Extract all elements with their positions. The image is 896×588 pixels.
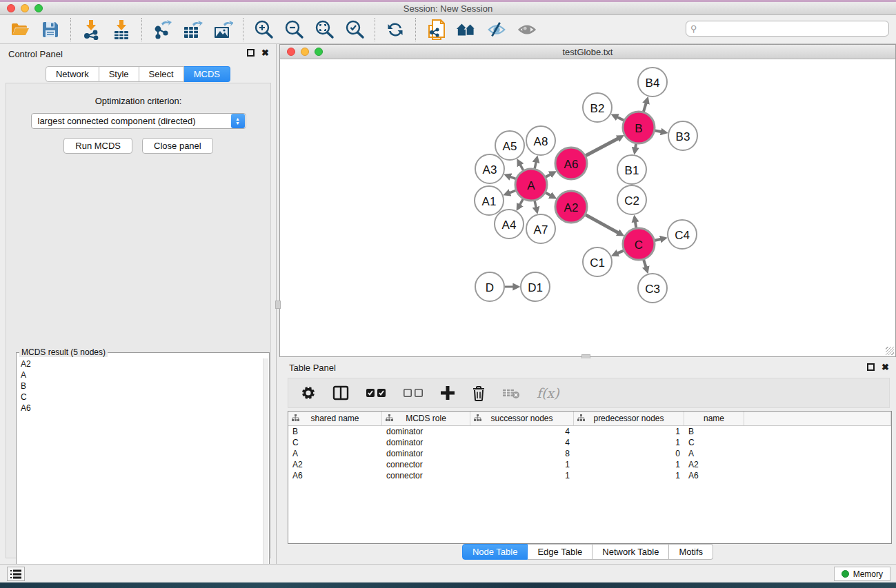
network-graph[interactable]: B4B2BB3A8A5A6A3B1AC2A1A2A4A7C4CC1DD1C3 (280, 59, 895, 356)
result-list-item[interactable]: C (21, 392, 263, 403)
edge-A6-B[interactable] (586, 138, 619, 155)
select-all-icon[interactable] (366, 387, 386, 398)
window-resize-grip[interactable] (886, 347, 894, 355)
edge-C-C3[interactable] (644, 260, 646, 268)
float-panel-icon[interactable] (247, 49, 255, 57)
table-cell[interactable]: A2 (684, 460, 744, 469)
tab-style[interactable]: Style (99, 66, 139, 82)
zoom-out-icon[interactable] (283, 19, 304, 40)
save-session-icon[interactable] (40, 19, 61, 40)
table-cell[interactable]: 1 (574, 460, 684, 469)
table-cell[interactable]: dominator (382, 438, 470, 447)
table-row[interactable]: Bdominator41B (288, 426, 891, 437)
table-row[interactable]: A6connector11A6 (288, 470, 891, 481)
add-column-icon[interactable] (440, 385, 455, 401)
tab-select[interactable]: Select (139, 66, 184, 82)
edge-A-A6[interactable] (546, 174, 551, 177)
table-cell[interactable]: B (684, 427, 744, 436)
optimization-criterion-dropdown[interactable]: largest connected component (directed) ▲… (31, 113, 246, 129)
edge-C-C1[interactable] (617, 251, 624, 254)
table-header-row[interactable]: shared nameMCDS rolesuccessor nodesprede… (288, 412, 891, 426)
column-header-predecessor-nodes[interactable]: predecessor nodes (574, 412, 684, 425)
tab-motifs[interactable]: Motifs (669, 544, 713, 560)
export-image-icon[interactable] (212, 19, 233, 40)
table-cell[interactable]: 1 (574, 427, 684, 436)
result-list-item[interactable]: A (21, 369, 263, 381)
vertical-splitter-handle[interactable] (275, 301, 281, 309)
table-cell[interactable]: connector (382, 471, 470, 480)
close-panel-button[interactable]: Close panel (142, 138, 213, 154)
task-history-button[interactable] (7, 567, 25, 581)
edge-A-A2[interactable] (546, 193, 551, 196)
edge-A-A3[interactable] (510, 176, 516, 179)
edge-C-C2[interactable] (635, 221, 637, 228)
table-cell[interactable]: 1 (574, 471, 684, 480)
close-panel-icon[interactable]: ✖ (261, 49, 269, 57)
edge-A-A1[interactable] (509, 190, 516, 193)
export-table-icon[interactable] (182, 19, 203, 40)
export-network-icon[interactable] (152, 19, 172, 40)
edge-B-B4[interactable] (644, 103, 646, 112)
zoom-selected-icon[interactable] (344, 19, 365, 40)
node-table[interactable]: shared nameMCDS rolesuccessor nodesprede… (288, 411, 892, 544)
table-cell[interactable]: A (288, 449, 382, 458)
edge-A-A8[interactable] (535, 161, 536, 168)
edge-B-B1[interactable] (635, 144, 636, 149)
main-titlebar[interactable]: Session: New Session (0, 2, 896, 15)
column-header-MCDS-role[interactable]: MCDS role (382, 412, 470, 425)
function-builder-icon[interactable]: f(x) (537, 385, 559, 401)
table-cell[interactable]: A2 (288, 460, 382, 469)
import-table-icon[interactable] (111, 19, 132, 40)
tab-network-table[interactable]: Network Table (593, 544, 669, 560)
delete-table-icon[interactable] (502, 387, 520, 399)
table-cell[interactable]: connector (382, 460, 470, 469)
edge-A-A7[interactable] (535, 201, 536, 207)
tab-edge-table[interactable]: Edge Table (528, 544, 593, 560)
column-header-shared-name[interactable]: shared name (288, 412, 382, 425)
edge-C-C4[interactable] (655, 239, 661, 241)
table-cell[interactable]: B (288, 427, 382, 436)
hide-graphics-details-icon[interactable] (486, 19, 507, 40)
zoom-in-icon[interactable] (253, 19, 274, 40)
table-cell[interactable]: 1 (470, 471, 574, 480)
table-cell[interactable]: 1 (574, 438, 684, 447)
deselect-all-icon[interactable] (403, 387, 424, 398)
result-list-item[interactable]: A6 (21, 403, 263, 414)
result-list-item[interactable]: A2 (21, 358, 263, 369)
show-graphics-details-icon[interactable] (517, 19, 537, 40)
table-cell[interactable]: 8 (470, 449, 574, 458)
network-window-titlebar[interactable]: testGlobe.txt (280, 45, 895, 59)
table-cell[interactable]: C (684, 438, 744, 447)
table-row[interactable]: A2connector11A2 (288, 459, 891, 470)
result-list-scrollbar[interactable] (263, 358, 268, 585)
open-file-icon[interactable] (10, 19, 30, 40)
table-cell[interactable]: A6 (684, 471, 744, 480)
edge-B-B3[interactable] (655, 130, 662, 132)
table-cell[interactable]: A (684, 449, 744, 458)
network-canvas[interactable]: B4B2BB3A8A5A6A3B1AC2A1A2A4A7C4CC1DD1C3 (280, 59, 895, 356)
table-close-panel-icon[interactable]: ✖ (882, 363, 889, 371)
zoom-fit-icon[interactable] (314, 19, 335, 40)
import-network-icon[interactable] (81, 19, 101, 40)
table-cell[interactable]: 1 (470, 460, 574, 469)
table-float-panel-icon[interactable] (867, 363, 875, 371)
column-header-successor-nodes[interactable]: successor nodes (470, 412, 574, 425)
table-row[interactable]: Cdominator41C (288, 437, 891, 448)
edge-A-A4[interactable] (519, 199, 523, 205)
result-list-item[interactable]: B (21, 381, 263, 392)
table-cell[interactable]: dominator (382, 449, 470, 458)
home-icon[interactable] (456, 19, 477, 40)
column-header-name[interactable]: name (684, 412, 744, 425)
tab-network[interactable]: Network (46, 66, 99, 82)
delete-column-icon[interactable] (472, 385, 486, 401)
search-input[interactable] (697, 24, 888, 34)
refresh-icon[interactable] (385, 19, 406, 40)
table-settings-icon[interactable] (301, 385, 316, 401)
tab-node-table[interactable]: Node Table (462, 544, 528, 560)
tab-mcds[interactable]: MCDS (184, 66, 230, 82)
table-cell[interactable]: C (288, 438, 382, 447)
table-cell[interactable]: 0 (574, 449, 684, 458)
table-cell[interactable]: 4 (470, 438, 574, 447)
table-row[interactable]: Adominator80A (288, 448, 891, 459)
mcds-result-list[interactable]: A2ABCA6 (17, 358, 263, 585)
